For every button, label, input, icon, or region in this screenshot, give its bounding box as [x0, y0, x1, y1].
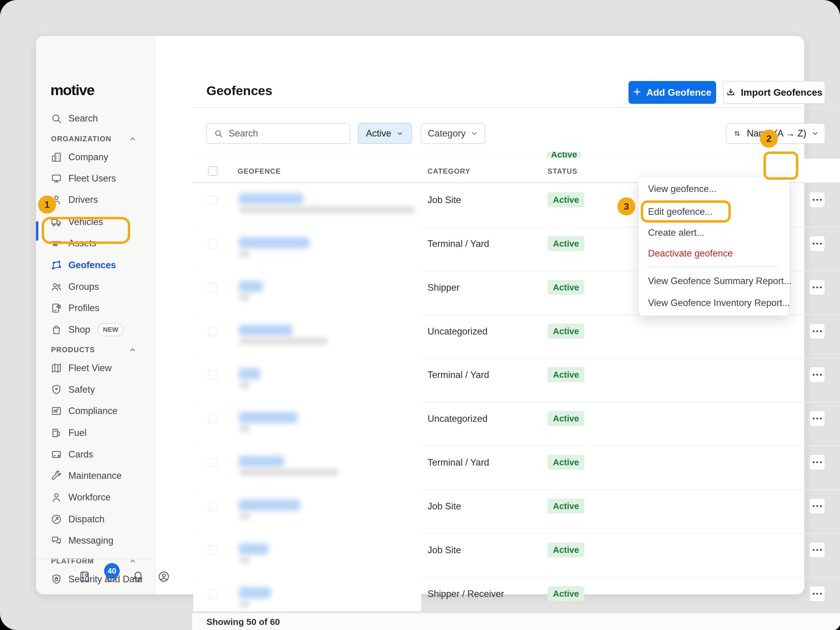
menu-item-view-geofence[interactable]: View geofence...: [648, 183, 717, 194]
sidebar-item-search[interactable]: Search: [36, 108, 155, 129]
building-icon: [50, 151, 63, 164]
select-all-checkbox[interactable]: [208, 166, 218, 176]
sidebar-item-fleet-view[interactable]: Fleet View: [36, 357, 155, 379]
sidebar-item-shop[interactable]: ShopNEW: [36, 319, 155, 341]
search-input[interactable]: [228, 128, 336, 139]
row-checkbox[interactable]: [208, 370, 218, 380]
chat-icon: [50, 534, 63, 547]
sidebar-item-cards[interactable]: Cards: [36, 444, 155, 465]
sidebar-item-workforce[interactable]: Workforce: [36, 486, 155, 508]
sidebar-item-label: Groups: [68, 281, 99, 292]
row-more-actions-button[interactable]: [809, 323, 825, 339]
row-more-actions-button[interactable]: [809, 279, 825, 295]
geofence-name-link-redacted[interactable]: [239, 543, 268, 555]
sidebar-item-fleet-users[interactable]: Fleet Users: [36, 168, 155, 189]
guide-icon[interactable]: [78, 569, 92, 584]
dispatch-icon: [50, 513, 63, 526]
scrolled-row-status-fragment: Active: [547, 152, 581, 158]
geofence-name-link-redacted[interactable]: [239, 456, 284, 467]
status-badge: Active: [548, 586, 584, 601]
sidebar-divider: [36, 559, 155, 559]
sidebar-item-assets[interactable]: Assets: [36, 232, 155, 254]
plus-icon: +: [633, 84, 641, 99]
map-icon: [50, 362, 63, 375]
category-cell: Terminal / Yard: [428, 238, 489, 249]
sort-arrows-icon: [732, 129, 742, 138]
add-geofence-button[interactable]: + Add Geofence: [628, 81, 716, 104]
chevron-up-icon[interactable]: [128, 346, 137, 354]
row-checkbox[interactable]: [208, 327, 218, 336]
sidebar-item-label: Messaging: [68, 535, 114, 546]
sidebar-item-messaging[interactable]: Messaging: [36, 530, 155, 551]
status-filter-dropdown[interactable]: Active: [358, 123, 412, 144]
geofence-name-link-redacted[interactable]: [239, 281, 263, 292]
shield-lock-icon: [50, 573, 63, 586]
menu-item-deactivate-geofence[interactable]: Deactivate geofence: [648, 248, 733, 259]
notification-count-badge: 40: [104, 563, 120, 579]
geofence-name-link-redacted[interactable]: [239, 587, 271, 598]
chevron-up-icon[interactable]: [128, 557, 137, 565]
search-icon: [50, 112, 63, 125]
fuel-icon: [50, 426, 63, 439]
geofence-description-redacted: [239, 512, 249, 520]
category-cell: Uncategorized: [428, 414, 488, 424]
sidebar-item-label: Company: [68, 152, 108, 163]
row-more-actions-button[interactable]: [809, 235, 825, 252]
status-badge: Active: [548, 367, 584, 382]
sidebar-item-fuel[interactable]: Fuel: [36, 422, 155, 444]
geofence-name-link-redacted[interactable]: [239, 325, 292, 336]
account-icon[interactable]: [156, 569, 171, 584]
sidebar-item-profiles[interactable]: Profiles: [36, 297, 155, 319]
sidebar-item-compliance[interactable]: Compliance: [36, 400, 155, 422]
sidebar-item-safety[interactable]: Safety: [36, 379, 155, 401]
row-more-actions-button[interactable]: [809, 586, 825, 602]
row-checkbox[interactable]: [208, 589, 218, 599]
geofence-name-link-redacted[interactable]: [239, 368, 261, 379]
notifications-bell-icon[interactable]: [131, 569, 145, 584]
row-checkbox[interactable]: [208, 414, 218, 423]
menu-item-edit-geofence[interactable]: Edit geofence...: [648, 207, 712, 217]
sidebar-item-company[interactable]: Company: [36, 147, 155, 168]
sidebar-item-groups[interactable]: Groups: [36, 276, 155, 298]
header-divider: [192, 107, 840, 108]
geofence-name-link-redacted[interactable]: [239, 237, 309, 248]
menu-item-create-alert[interactable]: Create alert...: [648, 227, 704, 238]
column-header-geofence: GEOFENCE: [238, 159, 281, 183]
active-item-indicator: [36, 221, 38, 241]
row-checkbox[interactable]: [208, 195, 218, 205]
person-icon: [50, 491, 63, 504]
row-more-actions-button[interactable]: [809, 498, 825, 514]
row-more-actions-button[interactable]: [809, 366, 825, 383]
geofence-name-link-redacted[interactable]: [239, 499, 300, 511]
geofence-description-redacted: [239, 294, 249, 301]
row-checkbox[interactable]: [208, 239, 218, 249]
status-badge: Active: [548, 542, 584, 557]
row-checkbox[interactable]: [208, 458, 218, 467]
search-input-wrapper: [207, 123, 351, 144]
row-more-actions-button[interactable]: [809, 454, 825, 471]
sidebar-item-dispatch[interactable]: Dispatch: [36, 508, 155, 530]
menu-item-view-geofence-summary-report[interactable]: View Geofence Summary Report...: [648, 276, 791, 286]
row-checkbox[interactable]: [208, 545, 218, 555]
row-checkbox[interactable]: [208, 283, 218, 292]
geofence-description-redacted: [239, 556, 249, 564]
sidebar-item-label: Cards: [68, 449, 93, 460]
sidebar-item-geofences[interactable]: Geofences: [36, 254, 155, 276]
sidebar-item-maintenance[interactable]: Maintenance: [36, 465, 155, 486]
geofence-name-link-redacted[interactable]: [239, 193, 303, 205]
sidebar-item-label: Vehicles: [68, 216, 103, 227]
menu-divider: [648, 267, 780, 267]
screenshot-stage: motive SearchORGANIZATIONCompanyFleet Us…: [0, 0, 840, 630]
status-badge: Active: [548, 280, 584, 295]
row-more-actions-button[interactable]: [809, 192, 825, 208]
chevron-up-icon[interactable]: [128, 135, 137, 143]
sidebar-item-label: Shop: [68, 324, 90, 335]
row-checkbox[interactable]: [208, 502, 218, 511]
geofence-name-link-redacted[interactable]: [239, 412, 298, 423]
category-filter-dropdown[interactable]: Category: [421, 123, 485, 144]
menu-item-view-geofence-inventory-report[interactable]: View Geofence Inventory Report...: [648, 298, 790, 308]
row-more-actions-button[interactable]: [809, 411, 825, 426]
import-geofences-button[interactable]: Import Geofences: [723, 81, 825, 104]
sidebar-item-vehicles[interactable]: Vehicles: [36, 211, 155, 233]
row-more-actions-button[interactable]: [809, 542, 825, 558]
